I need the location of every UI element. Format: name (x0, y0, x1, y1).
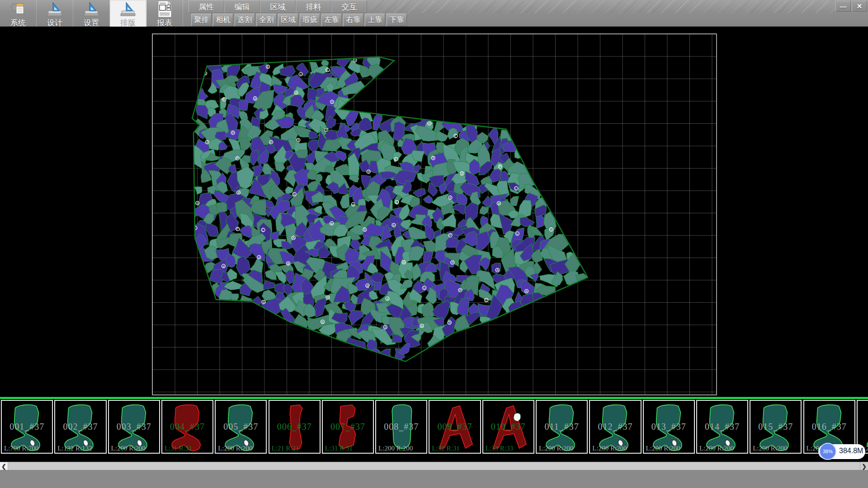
svg-text:L: L (550, 228, 552, 231)
title-toolbar: 系统设计设置排版报表 属性编辑区域排料交互 聚排相机选割全割区域瑕疵左靠右靠上靠… (0, 0, 868, 27)
part-thumbnail-10[interactable]: 010_#37L:33 R:33 (482, 400, 534, 454)
menu-item-3[interactable]: 区域 (260, 0, 296, 13)
filmstrip-scrollbar[interactable]: ❮ ❯ (0, 462, 868, 470)
progress-overlay[interactable]: 384.8M 38% (818, 443, 865, 460)
progress-size-label: 384.8M (839, 447, 863, 455)
tool-bar: 聚排相机选割全割区域瑕疵左靠右靠上靠下靠 (191, 14, 407, 26)
tool-button-10[interactable]: 下靠 (387, 14, 407, 26)
part-lr-count-label: L:200 R:200 (753, 445, 787, 452)
part-lr-count-label: L:33 R:33 (486, 445, 513, 452)
part-lr-count-label: L:31 R:31 (325, 445, 353, 452)
part-thumbnail-14[interactable]: 014_#37L:200 R:200 (696, 400, 748, 454)
svg-text:o: o (197, 202, 198, 205)
svg-text:d: d (270, 141, 272, 144)
app-tab-label: 系统 (10, 18, 26, 28)
app-tab-report[interactable]: 报表 (146, 0, 183, 27)
svg-text:o: o (429, 122, 430, 125)
part-id-label: 016_#37 (804, 421, 854, 432)
menu-item-5[interactable]: 交互 (331, 0, 367, 13)
part-thumbnail-12[interactable]: 012_#37L:200 R:200 (589, 400, 641, 454)
svg-text:d: d (384, 326, 386, 329)
svg-text:P: P (499, 165, 501, 168)
part-id-label: 011_#37 (537, 421, 587, 432)
part-lr-count-label: L:200 R:200 (218, 445, 252, 452)
tool-button-4[interactable]: 全割 (256, 14, 277, 26)
svg-text:L: L (327, 68, 329, 71)
svg-text:L: L (424, 286, 425, 290)
part-thumbnail-5[interactable]: 005_#37L:200 R:200 (215, 400, 267, 454)
tool-button-8[interactable]: 右靠 (343, 14, 363, 26)
report-icon (156, 1, 174, 17)
part-id-label: 004_#37 (162, 421, 212, 432)
menu-item-4[interactable]: 排料 (296, 0, 331, 13)
hide-layout-drawing[interactable]: d8oL9PAd98bd89oLPdL8APo8LoL9bLLPLAbbbPLL… (0, 27, 868, 397)
svg-text:o: o (387, 297, 388, 300)
parts-filmstrip: 001_#37L:700 R:700002_#37L:132 R:132003_… (0, 397, 868, 462)
part-thumbnail-9[interactable]: 009_#37L:32 R:31 (429, 400, 481, 454)
scroll-right-button[interactable]: ❯ (860, 462, 868, 470)
part-thumbnail-7[interactable]: 007_#37L:31 R:31 (322, 400, 374, 454)
svg-text:9: 9 (448, 321, 450, 324)
svg-text:b: b (393, 224, 395, 227)
part-thumbnail-4[interactable]: 004_#37L:31 R:31 (161, 400, 213, 454)
svg-text:A: A (496, 268, 499, 272)
part-thumbnail-2[interactable]: 002_#37L:132 R:132 (54, 400, 106, 454)
svg-text:L: L (293, 192, 295, 196)
svg-text:A: A (461, 172, 463, 175)
svg-text:b: b (232, 131, 234, 134)
part-lr-count-label: L:200 R:200 (646, 445, 680, 452)
scroll-left-button[interactable]: ❮ (0, 462, 8, 470)
svg-text:d: d (258, 256, 260, 259)
svg-text:P: P (449, 234, 452, 237)
svg-text:L: L (396, 201, 398, 204)
svg-text:L: L (486, 299, 487, 302)
tool-button-5[interactable]: 区域 (278, 14, 298, 26)
tool-button-9[interactable]: 上靠 (365, 14, 385, 26)
nesting-canvas[interactable]: d8oL9PAd98bd89oLPdL8APo8LoL9bLLPLAbbbPLL… (0, 27, 868, 397)
part-thumbnail-11[interactable]: 011_#37L:200 R:200 (536, 400, 588, 454)
tool-button-6[interactable]: 瑕疵 (300, 14, 320, 26)
part-thumbnail-8[interactable]: 008_#37L:200 R:200 (375, 400, 427, 454)
part-thumbnail-1[interactable]: 001_#37L:700 R:700 (1, 400, 53, 454)
part-lr-count-label: L:700 R:700 (4, 445, 38, 452)
menu-item-2[interactable]: 编辑 (224, 0, 260, 13)
svg-text:b: b (263, 300, 264, 304)
app-tab-system[interactable]: 系统 (0, 0, 37, 27)
svg-text:P: P (223, 98, 226, 101)
part-thumbnail-3[interactable]: 003_#37L:200 R:200 (108, 400, 160, 454)
part-id-label: 006_#37 (269, 421, 320, 432)
tool-button-3[interactable]: 选割 (235, 14, 255, 26)
tool-button-1[interactable]: 聚排 (191, 14, 212, 26)
settings-icon (82, 1, 100, 17)
close-button[interactable]: ✕ (852, 1, 867, 12)
app-tab-label: 设置 (84, 18, 99, 28)
part-id-label: 0 (858, 421, 868, 432)
part-thumbnail-6[interactable]: 006_#37L:21 R:21 (269, 400, 321, 454)
minimize-button[interactable]: — (835, 1, 851, 12)
progress-percent-badge: 38% (819, 443, 836, 460)
svg-text:o: o (352, 203, 354, 206)
svg-text:8: 8 (432, 156, 434, 160)
menu-item-1[interactable]: 属性 (189, 0, 224, 13)
part-id-label: 015_#37 (750, 421, 801, 432)
app-tab-design[interactable]: 设计 (37, 0, 73, 27)
svg-text:d: d (367, 284, 368, 287)
part-thumbnail-13[interactable]: 013_#37L:200 R:200 (643, 400, 695, 454)
part-id-label: 005_#37 (216, 421, 266, 432)
app-tab-settings[interactable]: 设置 (73, 0, 110, 27)
tool-button-7[interactable]: 左靠 (321, 14, 342, 26)
svg-text:A: A (254, 97, 256, 100)
svg-text:L: L (515, 187, 517, 190)
part-id-label: 002_#37 (55, 421, 105, 432)
svg-text:P: P (236, 157, 239, 160)
layout-icon (119, 1, 137, 17)
system-icon (9, 1, 27, 17)
part-id-label: 001_#37 (2, 421, 52, 432)
app-tab-layout[interactable]: 排版 (110, 0, 146, 27)
svg-text:b: b (498, 202, 500, 205)
svg-text:9: 9 (354, 59, 356, 62)
part-id-label: 008_#37 (376, 421, 426, 432)
part-id-label: 014_#37 (697, 421, 747, 432)
part-thumbnail-15[interactable]: 015_#37L:200 R:200 (750, 400, 802, 454)
tool-button-2[interactable]: 相机 (213, 14, 233, 26)
